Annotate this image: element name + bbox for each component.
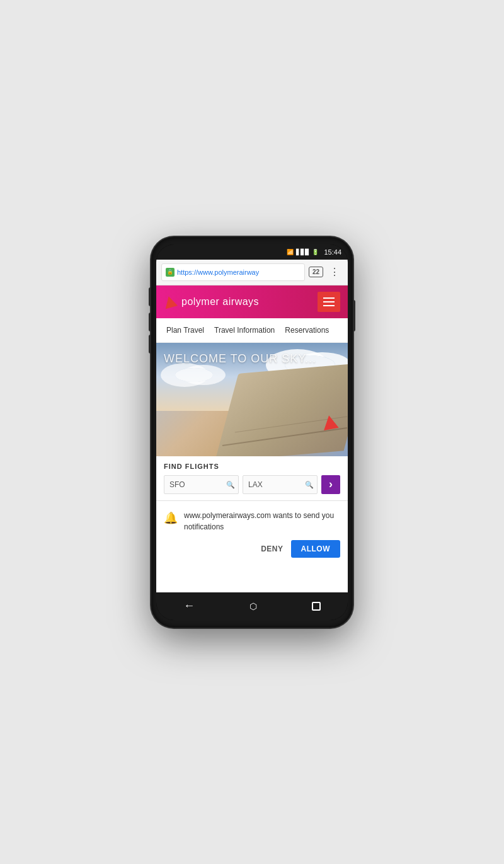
status-time: 15:44: [324, 248, 341, 256]
site-logo: polymer airways: [164, 296, 259, 308]
phone-screen: 📶 ▋▊▉ 🔋 15:44 🔒 https://www.polymerairwa…: [156, 245, 348, 620]
browser-menu-button[interactable]: ⋮: [327, 263, 343, 280]
notification-text: www.polymerairways.com wants to send you…: [184, 510, 340, 533]
browser-toolbar: 🔒 https://www.polymerairway 22 ⋮: [161, 263, 343, 281]
menu-line-3: [323, 305, 335, 306]
wing-logo: [323, 415, 341, 431]
deny-button[interactable]: DENY: [261, 544, 283, 553]
recents-icon: [312, 602, 321, 611]
notification-content: 🔔 www.polymerairways.com wants to send y…: [164, 510, 340, 533]
hero-section: WELCOME TO OUR SKY...: [156, 343, 348, 456]
hero-headline: WELCOME TO OUR SKY...: [164, 352, 316, 366]
ssl-lock-icon: 🔒: [166, 268, 175, 277]
find-flights-section: FIND FLIGHTS 🔍 🔍 ›: [156, 456, 348, 500]
nav-item-reservations[interactable]: Reservations: [280, 318, 334, 342]
menu-line-1: [323, 297, 335, 299]
notification-actions: DENY ALLOW: [164, 540, 340, 558]
nav-item-plan-travel[interactable]: Plan Travel: [161, 318, 209, 342]
site-nav: Plan Travel Travel Information Reservati…: [156, 318, 348, 343]
address-bar[interactable]: 🔒 https://www.polymerairway: [161, 263, 305, 281]
nav-item-travel-information[interactable]: Travel Information: [209, 318, 280, 342]
from-search-icon: 🔍: [226, 480, 235, 488]
site-name: polymer airways: [181, 296, 259, 308]
battery-icon: 🔋: [312, 249, 319, 255]
cloud-2: [175, 368, 213, 382]
phone-device: 📶 ▋▊▉ 🔋 15:44 🔒 https://www.polymerairwa…: [151, 237, 353, 628]
status-bar: 📶 ▋▊▉ 🔋 15:44: [156, 245, 348, 260]
hamburger-menu-button[interactable]: [318, 292, 340, 312]
status-icons: 📶 ▋▊▉ 🔋 15:44: [287, 248, 341, 256]
logo-triangle-icon: [163, 294, 178, 309]
signal-icon: ▋▊▉: [296, 249, 309, 255]
home-icon: ⬡: [249, 601, 257, 611]
to-input-wrap: 🔍: [243, 475, 318, 494]
recents-button[interactable]: [299, 597, 333, 616]
to-search-icon: 🔍: [305, 480, 314, 488]
tab-count-button[interactable]: 22: [309, 267, 323, 277]
notification-bar: 🔔 www.polymerairways.com wants to send y…: [156, 500, 348, 567]
web-content: polymer airways Plan Travel Travel Infor…: [156, 285, 348, 592]
back-icon: ←: [183, 599, 195, 613]
url-text: https://www.polymerairway: [177, 268, 259, 276]
wing-logo-triangle-icon: [321, 414, 338, 430]
site-header: polymer airways: [156, 285, 348, 318]
home-button[interactable]: ⬡: [237, 596, 270, 616]
menu-line-2: [323, 301, 335, 302]
from-input-wrap: 🔍: [164, 475, 239, 494]
allow-button[interactable]: ALLOW: [291, 540, 341, 558]
search-go-button[interactable]: ›: [321, 475, 340, 494]
wifi-icon: 📶: [287, 249, 294, 255]
flight-search-form: 🔍 🔍 ›: [164, 475, 340, 494]
go-arrow-icon: ›: [329, 478, 333, 491]
back-button[interactable]: ←: [171, 594, 207, 618]
find-flights-label: FIND FLIGHTS: [164, 463, 340, 470]
android-nav-bar: ← ⬡: [156, 592, 348, 620]
browser-chrome: 🔒 https://www.polymerairway 22 ⋮: [156, 260, 348, 285]
notification-bell-icon: 🔔: [164, 511, 178, 533]
